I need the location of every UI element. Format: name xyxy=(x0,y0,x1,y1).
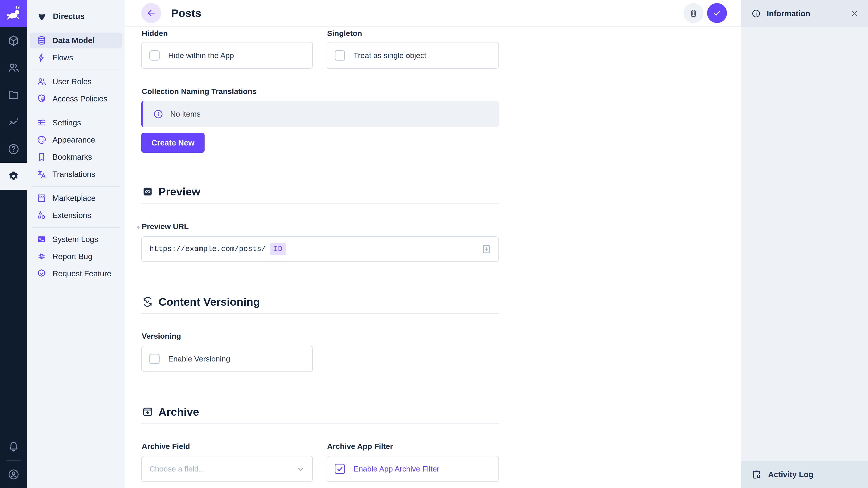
versioning-section-heading: Content Versioning xyxy=(142,295,260,308)
archive-filter-checkbox-field[interactable]: Enable App Archive Filter xyxy=(327,456,499,482)
preview-url-text: https://example.com/posts/ xyxy=(149,245,266,253)
singleton-checkbox-field[interactable]: Treat as single object xyxy=(327,42,499,69)
archive-field-label: Archive Field xyxy=(142,442,190,451)
hidden-checkbox-field[interactable]: Hide within the App xyxy=(141,42,313,69)
sidebar-item-appearance[interactable]: Appearance xyxy=(30,132,122,148)
hidden-field-label: Hidden xyxy=(142,29,168,38)
info-panel: Information Activity Log xyxy=(741,0,868,488)
archive-icon xyxy=(142,406,153,418)
sidebar-item-flows[interactable]: Flows xyxy=(30,50,122,66)
versioning-checkbox[interactable] xyxy=(149,354,160,364)
rabbit-logo-icon xyxy=(5,5,22,22)
sidebar-item-translations[interactable]: Translations xyxy=(30,166,122,182)
preview-url-label: Preview URL xyxy=(142,222,189,231)
arrow-left-icon xyxy=(146,8,156,18)
versioning-field-label: Versioning xyxy=(142,332,181,340)
sidebar-item-access-policies[interactable]: Access Policies xyxy=(30,91,122,107)
archive-section-title: Archive xyxy=(158,405,199,418)
info-panel-title: Information xyxy=(767,9,810,18)
sidebar-item-label: Access Policies xyxy=(53,94,107,103)
module-docs-button[interactable] xyxy=(0,135,27,163)
preview-eye-icon xyxy=(142,186,153,197)
sidebar-item-label: Settings xyxy=(53,118,81,127)
database-icon xyxy=(37,35,46,45)
shield-user-icon xyxy=(37,94,46,104)
save-button[interactable] xyxy=(707,3,727,23)
versioning-section-title: Content Versioning xyxy=(158,295,260,308)
bookmark-icon xyxy=(37,152,46,162)
help-icon xyxy=(7,143,20,156)
module-insights-button[interactable] xyxy=(0,108,27,135)
versioning-checkbox-label: Enable Versioning xyxy=(168,355,230,363)
add-url-field-button[interactable] xyxy=(481,243,492,255)
module-users-button[interactable] xyxy=(0,54,27,81)
close-sidebar-button[interactable] xyxy=(850,9,859,18)
sidebar-item-data-model[interactable]: Data Model xyxy=(30,33,122,48)
sidebar-item-user-roles[interactable]: User Roles xyxy=(30,74,122,90)
directus-logo[interactable] xyxy=(0,0,27,27)
sidebar-item-label: Request Feature xyxy=(53,269,112,278)
page-title: Posts xyxy=(171,7,201,20)
insights-icon xyxy=(7,116,20,128)
sidebar-item-report-bug[interactable]: Report Bug xyxy=(30,249,122,264)
module-bar-spacer xyxy=(0,190,27,433)
users-icon xyxy=(7,61,20,74)
cube-icon xyxy=(7,34,20,47)
sidebar-item-label: System Logs xyxy=(53,235,98,244)
module-content-button[interactable] xyxy=(0,27,27,54)
sidebar-divider xyxy=(32,227,120,228)
bolt-icon xyxy=(37,53,46,63)
sidebar-item-extensions[interactable]: Extensions xyxy=(30,207,122,223)
sidebar-item-label: User Roles xyxy=(53,77,92,86)
sidebar-item-label: Extensions xyxy=(53,211,91,220)
activity-log-toggle[interactable]: Activity Log xyxy=(741,461,868,488)
preview-url-input[interactable]: https://example.com/posts/ ID xyxy=(141,236,499,262)
clipboard-clock-icon xyxy=(751,469,762,480)
storefront-icon xyxy=(37,193,46,203)
sidebar-item-label: Bookmarks xyxy=(53,153,92,162)
user-menu-button[interactable] xyxy=(0,461,27,488)
archive-app-filter-label: Archive App Filter xyxy=(327,442,393,451)
create-new-button[interactable]: Create New xyxy=(141,133,205,153)
settings-sidebar: Directus Data Model xyxy=(27,0,125,488)
shield-icon xyxy=(37,11,47,22)
archive-filter-checkbox[interactable] xyxy=(335,464,345,474)
check-icon xyxy=(712,8,722,18)
hidden-checkbox[interactable] xyxy=(149,51,160,61)
module-files-button[interactable] xyxy=(0,81,27,108)
preview-url-id-chip[interactable]: ID xyxy=(270,243,286,255)
page-header: Posts xyxy=(125,0,741,27)
naming-translations-label: Collection Naming Translations xyxy=(142,87,256,96)
collection-settings-form: Hidden Hide within the App Singleton Tre… xyxy=(141,27,499,488)
sidebar-item-label: Translations xyxy=(53,170,95,179)
info-icon xyxy=(153,109,163,119)
sidebar-item-request-feature[interactable]: Request Feature xyxy=(30,266,122,282)
tune-icon xyxy=(37,118,46,128)
translate-icon xyxy=(37,169,46,179)
sync-check-icon xyxy=(142,296,153,308)
singleton-checkbox[interactable] xyxy=(335,51,345,61)
gear-icon xyxy=(7,170,20,183)
users-icon xyxy=(37,76,46,87)
sidebar-item-system-logs[interactable]: System Logs xyxy=(30,231,122,247)
sidebar-divider xyxy=(32,186,120,187)
project-header[interactable]: Directus xyxy=(27,0,125,33)
shapes-icon xyxy=(37,210,46,220)
no-items-text: No items xyxy=(170,109,200,119)
info-icon xyxy=(751,9,761,18)
seal-check-icon xyxy=(37,269,46,279)
user-circle-icon xyxy=(7,468,20,481)
back-button[interactable] xyxy=(141,3,161,23)
module-settings-button[interactable] xyxy=(0,163,27,190)
sidebar-item-marketplace[interactable]: Marketplace xyxy=(30,190,122,206)
versioning-checkbox-field[interactable]: Enable Versioning xyxy=(141,346,313,372)
folder-icon xyxy=(7,89,20,101)
sidebar-item-label: Flows xyxy=(53,53,73,62)
sidebar-item-settings[interactable]: Settings xyxy=(30,115,122,131)
archive-field-select[interactable]: Choose a field... xyxy=(141,456,313,482)
delete-collection-button[interactable] xyxy=(684,3,704,23)
info-panel-body xyxy=(741,27,868,461)
notifications-button[interactable] xyxy=(0,433,27,460)
preview-section-title: Preview xyxy=(158,185,200,198)
sidebar-item-bookmarks[interactable]: Bookmarks xyxy=(30,149,122,165)
